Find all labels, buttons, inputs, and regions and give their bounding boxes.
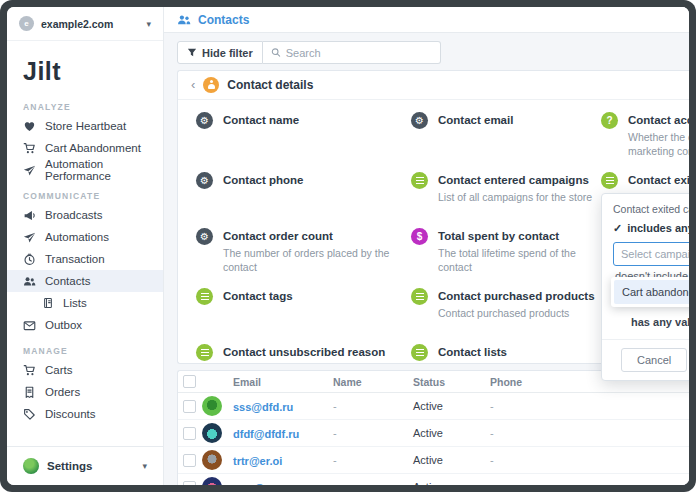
paper-plane-icon xyxy=(23,231,36,244)
contacts-table: Email Name Status Phone sss@dfd.ru - Act… xyxy=(177,370,689,485)
field-contact-lists[interactable]: Contact lists Lists that a contact is a … xyxy=(411,345,601,364)
field-contact-tags[interactable]: Contact tags xyxy=(196,289,411,330)
column-header-email: Email xyxy=(225,376,333,388)
contact-status-cell: Active xyxy=(413,427,490,439)
field-desc: The total lifetime spend of the contact xyxy=(438,246,601,274)
field-desc: The reason why a contact has been unsubs… xyxy=(223,362,401,364)
search-icon xyxy=(271,47,281,58)
row-checkbox[interactable] xyxy=(183,481,196,486)
sidebar-item-orders[interactable]: Orders xyxy=(7,381,163,403)
sidebar-item-label: Automations xyxy=(45,231,109,243)
campaign-option-cart-abandoned[interactable]: Cart abandoned xyxy=(614,280,689,304)
hide-filter-button[interactable]: Hide filter xyxy=(177,41,263,64)
sidebar-item-outbox[interactable]: Outbox xyxy=(7,314,163,336)
sidebar-item-automations[interactable]: Automations xyxy=(7,226,163,248)
operator-has-any-value[interactable]: has any value xyxy=(631,316,689,328)
operator-doesnt-include[interactable]: doesn't include any of xyxy=(615,270,689,277)
contact-email-link[interactable]: dfdf@dfdf.ru xyxy=(233,428,299,440)
field-contact-entered-campaigns[interactable]: Contact entered campaigns List of all ca… xyxy=(411,173,601,214)
list-icon xyxy=(411,288,428,305)
settings-avatar xyxy=(23,458,39,474)
search-input[interactable] xyxy=(286,47,432,59)
filter-panel-header: ‹ Contact details xyxy=(178,71,689,100)
contact-phone-cell: - xyxy=(490,400,689,412)
column-header-status: Status xyxy=(413,376,490,388)
sidebar-item-transaction[interactable]: Transaction xyxy=(7,248,163,270)
cart-icon xyxy=(23,142,36,155)
sidebar-item-label: Cart Abandonment xyxy=(45,142,141,154)
contact-email-link[interactable]: erer@er.ry xyxy=(233,482,288,485)
contact-name-cell: - xyxy=(333,481,413,485)
contact-name-cell: - xyxy=(333,400,413,412)
select-campaign-input[interactable] xyxy=(613,242,689,266)
user-gear-icon: ⚙ xyxy=(196,172,213,189)
contact-email-link[interactable]: trtr@er.oi xyxy=(233,455,282,467)
field-contact-phone[interactable]: ⚙ Contact phone xyxy=(196,173,411,214)
field-label: Contact exited campaigns xyxy=(628,173,689,188)
user-gear-icon: ⚙ xyxy=(411,112,428,129)
field-contact-purchased-products[interactable]: Contact purchased products Contact purch… xyxy=(411,289,601,330)
row-checkbox[interactable] xyxy=(183,400,196,413)
field-contact-accepts-marketing[interactable]: ? Contact accepts marketing Whether the … xyxy=(601,113,689,158)
select-all-checkbox[interactable] xyxy=(183,375,196,388)
sidebar-item-lists[interactable]: Lists xyxy=(7,292,163,314)
field-label: Contact tags xyxy=(223,289,411,304)
list-icon xyxy=(196,288,213,305)
campaign-dropdown: Cart abandoned xyxy=(611,277,689,307)
contact-details-icon xyxy=(203,77,219,93)
section-label-manage: MANAGE xyxy=(7,336,163,359)
field-label: Contact name xyxy=(223,113,411,128)
envelope-icon xyxy=(23,319,36,332)
table-row: erer@er.ry - Active - xyxy=(178,474,689,485)
sidebar-item-label: Broadcasts xyxy=(45,209,103,221)
account-name: example2.com xyxy=(41,18,139,30)
section-label-analyze: ANALYZE xyxy=(7,92,163,115)
back-chevron-icon[interactable]: ‹ xyxy=(191,78,195,93)
avatar xyxy=(202,477,222,485)
field-label: Contact unsubscribed reason xyxy=(223,345,411,360)
sidebar-item-cart-abandonment[interactable]: Cart Abandonment xyxy=(7,137,163,159)
row-checkbox[interactable] xyxy=(183,427,196,440)
contact-name-cell: - xyxy=(333,427,413,439)
paper-plane-icon xyxy=(23,164,36,177)
sidebar-item-discounts[interactable]: Discounts xyxy=(7,403,163,425)
field-desc: Lists that a contact is a part of xyxy=(438,362,601,364)
person-icon xyxy=(208,80,215,90)
user-gear-icon: ⚙ xyxy=(196,112,213,129)
sidebar-item-label: Store Heartbeat xyxy=(45,120,126,132)
field-desc: List of all campaigns for the store xyxy=(438,190,601,204)
chevron-down-icon: ▾ xyxy=(146,19,151,29)
contact-email-link[interactable]: sss@dfd.ru xyxy=(233,401,293,413)
field-desc: Contact purchased products xyxy=(438,306,601,320)
field-contact-order-count[interactable]: ⚙ Contact order count The number of orde… xyxy=(196,229,411,274)
field-contact-name[interactable]: ⚙ Contact name xyxy=(196,113,411,158)
cancel-button[interactable]: Cancel xyxy=(621,348,687,372)
row-checkbox[interactable] xyxy=(183,454,196,467)
field-contact-email[interactable]: ⚙ Contact email xyxy=(411,113,601,158)
sidebar: e example2.com ▾ Jilt ANALYZE Store Hear… xyxy=(7,7,164,485)
sidebar-item-label: Discounts xyxy=(45,408,96,420)
hide-filter-label: Hide filter xyxy=(202,47,253,59)
field-label: Contact order count xyxy=(223,229,411,244)
sidebar-item-store-heartbeat[interactable]: Store Heartbeat xyxy=(7,115,163,137)
search-box xyxy=(263,41,441,64)
tag-icon xyxy=(23,408,36,421)
book-icon xyxy=(42,297,54,309)
sidebar-item-contacts[interactable]: Contacts xyxy=(7,270,163,292)
table-row: sss@dfd.ru - Active - xyxy=(178,393,689,420)
filter-icon xyxy=(187,48,197,58)
sidebar-item-broadcasts[interactable]: Broadcasts xyxy=(7,204,163,226)
sidebar-item-automation-performance[interactable]: Automation Performance xyxy=(7,159,163,181)
sidebar-item-carts[interactable]: Carts xyxy=(7,359,163,381)
settings-menu[interactable]: Settings ▾ xyxy=(7,446,163,485)
popover-title: Contact exited campaigns xyxy=(613,203,689,215)
operator-includes-any-of[interactable]: ✓includes any of xyxy=(613,222,689,235)
account-switcher[interactable]: e example2.com ▾ xyxy=(7,7,163,41)
field-contact-unsubscribed-reason[interactable]: Contact unsubscribed reason The reason w… xyxy=(196,345,411,364)
people-icon xyxy=(23,275,36,288)
contact-status-cell: Active xyxy=(413,481,490,485)
field-total-spent[interactable]: $ Total spent by contact The total lifet… xyxy=(411,229,601,274)
page-header: Contacts xyxy=(164,7,689,33)
contact-phone-cell: - xyxy=(490,427,689,439)
field-label: Contact accepts marketing xyxy=(628,113,689,128)
